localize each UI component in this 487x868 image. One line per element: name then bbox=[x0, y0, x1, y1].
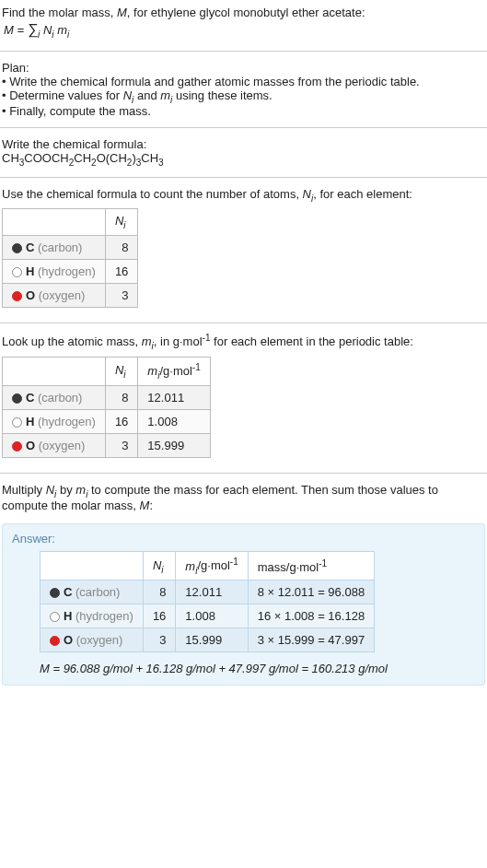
answer-table: Ni mi/g·mol-1 mass/g·mol-1 C (carbon) 8 … bbox=[40, 551, 375, 652]
mass-cell: 16 × 1.008 = 16.128 bbox=[248, 604, 374, 628]
m-cell: 15.999 bbox=[138, 433, 210, 457]
plan-item-3: • Finally, compute the mass. bbox=[2, 104, 485, 118]
mass-cell: 8 × 12.011 = 96.088 bbox=[248, 581, 374, 604]
element-cell: H (hydrogen) bbox=[41, 604, 144, 628]
plan-section: Plan: • Write the chemical formula and g… bbox=[0, 55, 487, 124]
m-cell: 12.011 bbox=[176, 581, 248, 604]
element-cell: O (oxygen) bbox=[3, 283, 106, 307]
m-cell: 1.008 bbox=[138, 409, 210, 433]
instruction-section: Multiply Ni by mi to compute the mass fo… bbox=[0, 477, 487, 519]
table-row: O (oxygen) 3 bbox=[3, 283, 138, 307]
hydrogen-dot-icon bbox=[12, 417, 22, 428]
m-cell: 1.008 bbox=[176, 604, 248, 628]
n-cell: 8 bbox=[105, 235, 137, 259]
intro-section: Find the molar mass, M, for ethylene gly… bbox=[0, 0, 487, 47]
element-cell: O (oxygen) bbox=[3, 433, 106, 457]
table-header-empty bbox=[3, 209, 106, 236]
element-cell: C (carbon) bbox=[3, 235, 106, 259]
table-row: C (carbon) 8 12.011 bbox=[3, 385, 211, 409]
n-cell: 16 bbox=[105, 409, 137, 433]
table-header-m: mi/g·mol-1 bbox=[138, 357, 210, 385]
element-cell: C (carbon) bbox=[41, 581, 144, 604]
count-table: Ni C (carbon) 8 H (hydrogen) 16 O (oxyge… bbox=[2, 208, 138, 308]
carbon-dot-icon bbox=[12, 393, 22, 404]
plan-heading: Plan: bbox=[2, 61, 485, 75]
n-cell: 3 bbox=[105, 433, 137, 457]
plan-item-1: • Write the chemical formula and gather … bbox=[2, 75, 485, 88]
n-cell: 8 bbox=[105, 385, 137, 409]
element-cell: H (hydrogen) bbox=[3, 409, 106, 433]
masses-table: Ni mi/g·mol-1 C (carbon) 8 12.011 H (hyd… bbox=[2, 357, 211, 458]
table-row: H (hydrogen) 16 bbox=[3, 259, 138, 283]
table-header-m: mi/g·mol-1 bbox=[176, 552, 248, 581]
carbon-dot-icon bbox=[50, 588, 60, 598]
n-cell: 3 bbox=[105, 283, 137, 307]
n-cell: 16 bbox=[143, 604, 175, 628]
oxygen-dot-icon bbox=[12, 291, 22, 301]
hydrogen-dot-icon bbox=[50, 612, 60, 622]
m-cell: 12.011 bbox=[138, 385, 210, 409]
table-row: H (hydrogen) 16 1.008 bbox=[3, 409, 211, 433]
formula-heading: Write the chemical formula: bbox=[2, 137, 485, 151]
count-heading: Use the chemical formula to count the nu… bbox=[2, 187, 485, 204]
intro-line: Find the molar mass, M, for ethylene gly… bbox=[2, 6, 485, 19]
table-row: C (carbon) 8 12.011 8 × 12.011 = 96.088 bbox=[41, 581, 375, 604]
table-row: O (oxygen) 3 15.999 bbox=[3, 433, 211, 457]
table-header-n: Ni bbox=[143, 552, 175, 581]
n-cell: 16 bbox=[105, 259, 137, 283]
chemical-formula: CH3COOCH2CH2O(CH2)3CH3 bbox=[2, 151, 485, 168]
n-cell: 8 bbox=[143, 581, 175, 604]
table-row: C (carbon) 8 bbox=[3, 235, 138, 259]
table-header-n: Ni bbox=[105, 209, 137, 236]
table-header-mass: mass/g·mol-1 bbox=[248, 552, 374, 581]
n-cell: 3 bbox=[143, 628, 175, 652]
masses-section: Look up the atomic mass, mi, in g·mol-1 … bbox=[0, 327, 487, 469]
table-row: O (oxygen) 3 15.999 3 × 15.999 = 47.997 bbox=[41, 628, 375, 652]
table-header-empty bbox=[3, 357, 106, 385]
element-cell: C (carbon) bbox=[3, 385, 106, 409]
count-section: Use the chemical formula to count the nu… bbox=[0, 182, 487, 319]
m-cell: 15.999 bbox=[176, 628, 248, 652]
hydrogen-dot-icon bbox=[12, 267, 22, 277]
plan-item-2: • Determine values for Ni and mi using t… bbox=[2, 88, 485, 105]
element-cell: H (hydrogen) bbox=[3, 259, 106, 283]
answer-box: Answer: Ni mi/g·mol-1 mass/g·mol-1 C (ca… bbox=[2, 523, 485, 686]
table-header-n: Ni bbox=[105, 357, 137, 385]
table-row: H (hydrogen) 16 1.008 16 × 1.008 = 16.12… bbox=[41, 604, 375, 628]
oxygen-dot-icon bbox=[12, 441, 22, 452]
sum-formula: M = ∑i Ni mi bbox=[2, 19, 485, 41]
formula-section: Write the chemical formula: CH3COOCH2CH2… bbox=[0, 132, 487, 173]
answer-final: M = 96.088 g/mol + 16.128 g/mol + 47.997… bbox=[40, 662, 475, 675]
mass-cell: 3 × 15.999 = 47.997 bbox=[248, 628, 374, 652]
table-header-empty bbox=[41, 552, 144, 581]
carbon-dot-icon bbox=[12, 243, 22, 253]
oxygen-dot-icon bbox=[50, 636, 60, 646]
element-cell: O (oxygen) bbox=[41, 628, 144, 652]
masses-heading: Look up the atomic mass, mi, in g·mol-1 … bbox=[2, 333, 485, 351]
answer-label: Answer: bbox=[12, 532, 475, 545]
